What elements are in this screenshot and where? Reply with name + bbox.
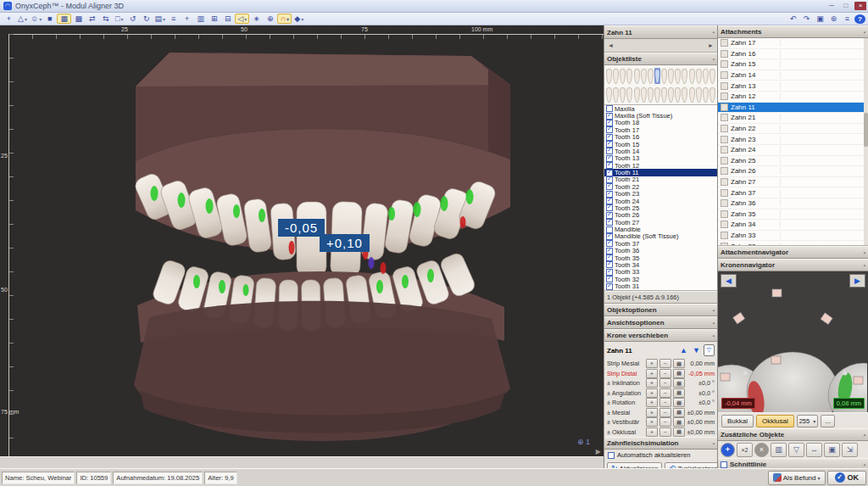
als-befund-button[interactable]: Als Befund ▾	[768, 471, 826, 485]
decrease-button[interactable]: −	[659, 417, 671, 427]
tooth-chart-cell[interactable]	[606, 68, 612, 84]
attachment-row[interactable]: Zahn 23	[718, 134, 868, 145]
tooth-chart-cell[interactable]	[709, 87, 715, 103]
pin-icon[interactable]: ▪	[713, 441, 715, 446]
visibility-checkbox[interactable]	[606, 283, 613, 290]
ansichtsoptionen-header[interactable]: Ansichtsoptionen ▪	[604, 316, 717, 329]
keypad-button[interactable]: ▦	[673, 398, 685, 407]
more-options-button[interactable]: ...	[821, 415, 835, 427]
toolbar-button[interactable]: ↻	[140, 14, 153, 24]
slider-left-arrow[interactable]: ◄	[608, 42, 614, 48]
tooth-select-slider[interactable]: ◄ ►	[604, 39, 717, 53]
toolbar-button[interactable]: ↶	[787, 14, 799, 24]
tooth-chart-cell[interactable]	[682, 68, 687, 84]
zuruecksetzen-button[interactable]: ↶ Zurücksetzen	[665, 462, 717, 469]
toolbar-button[interactable]: ∩	[277, 14, 292, 24]
increase-button[interactable]: +	[646, 378, 658, 388]
scrollbar-thumb[interactable]	[864, 113, 868, 147]
attachment-row[interactable]: Zahn 24	[718, 145, 868, 156]
pin-icon[interactable]: ▪	[864, 250, 865, 255]
tooth-chart-cell[interactable]	[620, 87, 626, 103]
toolbar-button[interactable]: +	[3, 14, 15, 24]
zusatz-tool-button[interactable]: ×	[754, 443, 769, 457]
attachment-row[interactable]: Zahn 37	[718, 187, 868, 198]
attachment-row[interactable]: Zahn 26	[718, 166, 868, 177]
objektoptionen-header[interactable]: Objektoptionen ▪	[604, 304, 717, 316]
attachment-row[interactable]: Zahn 36	[718, 198, 868, 209]
increase-button[interactable]: +	[646, 398, 658, 407]
previous-tooth-button[interactable]: ▲	[678, 345, 689, 356]
increase-button[interactable]: +	[646, 359, 658, 368]
tooth-chart-cell[interactable]	[648, 87, 654, 103]
decrease-button[interactable]: −	[659, 427, 671, 437]
tooth-chart-cell[interactable]	[668, 68, 674, 84]
zusatz-tool-button[interactable]: +	[721, 443, 735, 457]
decrease-button[interactable]: −	[659, 369, 671, 378]
pin-icon[interactable]: ▪	[864, 462, 865, 467]
toolbar-button[interactable]: ↺	[126, 14, 139, 24]
pin-icon[interactable]: ▪	[864, 263, 865, 268]
zusatz-tool-button[interactable]: ×2	[737, 443, 753, 457]
attachment-row[interactable]: Zahn 21	[718, 113, 868, 124]
pin-icon[interactable]: ▪	[713, 333, 715, 338]
attachment-row[interactable]: Zahn 33	[718, 231, 868, 242]
tooth-chart-cell[interactable]	[689, 87, 695, 103]
tooth-chart-cell[interactable]	[661, 87, 667, 103]
keypad-button[interactable]: ▦	[673, 388, 685, 398]
pin-icon[interactable]: ▪	[713, 308, 715, 313]
keypad-button[interactable]: ▦	[673, 369, 685, 378]
next-tooth-button[interactable]: ▼	[691, 345, 702, 356]
schnittlinie-checkbox[interactable]	[721, 461, 727, 468]
toolbar-button[interactable]: ◁	[235, 14, 249, 24]
3d-viewport[interactable]: 25 50 75 100 mm 25 50 75 mm -0,05 +0,10 …	[0, 25, 604, 456]
attachmentnavigator-header[interactable]: Attachmentnavigator ▪	[718, 246, 868, 259]
kronennavigator-header[interactable]: Kronennavigator ▪	[718, 259, 868, 271]
tooth-chart-cell[interactable]	[703, 68, 709, 84]
toolbar-button[interactable]: ▦	[57, 14, 71, 24]
tooth-chart-cell[interactable]	[661, 68, 667, 84]
toolbar-button[interactable]: ⇄	[86, 14, 98, 24]
decrease-button[interactable]: −	[659, 388, 671, 398]
decrease-button[interactable]: −	[659, 378, 671, 388]
okklusal-button[interactable]: Okklusal	[756, 415, 794, 427]
ok-button[interactable]: ✓ OK	[827, 471, 867, 485]
crown-navigator-preview[interactable]: ◀ ▶ -0,04 mm 0,08 mm	[718, 271, 868, 412]
increase-button[interactable]: +	[646, 388, 658, 398]
tooth-chart-cell[interactable]	[626, 87, 632, 103]
toolbar-button[interactable]: ∗	[250, 14, 263, 24]
toolbar-button[interactable]: ▩	[72, 14, 85, 24]
attachment-row[interactable]: Zahn 12	[718, 92, 868, 103]
tooth-chart[interactable]	[604, 65, 717, 105]
zusatz-tool-button[interactable]: ▣	[824, 443, 840, 457]
keypad-button[interactable]: ▦	[673, 378, 685, 388]
tooth-chart-cell[interactable]	[654, 68, 660, 84]
tooth-chart-cell[interactable]	[696, 68, 702, 84]
toolbar-button[interactable]: ◆	[292, 14, 305, 24]
attachment-row[interactable]: Zahn 15	[718, 59, 868, 70]
toolbar-button[interactable]: ⇆	[99, 14, 112, 24]
navigator-next-button[interactable]: ▶	[849, 274, 865, 288]
pin-icon[interactable]: ▪	[713, 57, 715, 62]
tooth-chart-cell[interactable]	[641, 68, 647, 84]
toolbar-button[interactable]: ⊟	[221, 14, 234, 24]
tooth-chart-cell[interactable]	[620, 68, 626, 84]
attachment-row[interactable]: Zahn 25	[718, 156, 868, 167]
toolbar-button[interactable]: ■	[43, 14, 56, 24]
increase-button[interactable]: +	[646, 427, 658, 437]
tooth-chart-cell[interactable]	[613, 68, 619, 84]
toolbar-button[interactable]: ⊛	[827, 14, 840, 24]
attachment-row[interactable]: Zahn 32	[718, 241, 868, 246]
tooth-chart-cell[interactable]	[668, 87, 674, 103]
zahnfleischsimulation-header[interactable]: Zahnfleischsimulation ▪	[604, 437, 717, 450]
toolbar-button[interactable]: ▥	[194, 14, 207, 24]
object-list-row[interactable]: Tooth 31	[604, 282, 717, 289]
krone-verschieben-header[interactable]: Krone verschieben ▪	[604, 329, 717, 342]
close-button[interactable]: ×	[854, 2, 866, 10]
slider-right-arrow[interactable]: ►	[708, 42, 714, 48]
attachment-row[interactable]: Zahn 13	[718, 81, 868, 92]
pin-icon[interactable]: ▪	[864, 30, 865, 35]
toolbar-button[interactable]: ▣	[814, 14, 826, 24]
alpha-select[interactable]: 255	[797, 415, 819, 427]
navigator-previous-button[interactable]: ◀	[721, 274, 737, 288]
attachment-row[interactable]: Zahn 35	[718, 209, 868, 221]
